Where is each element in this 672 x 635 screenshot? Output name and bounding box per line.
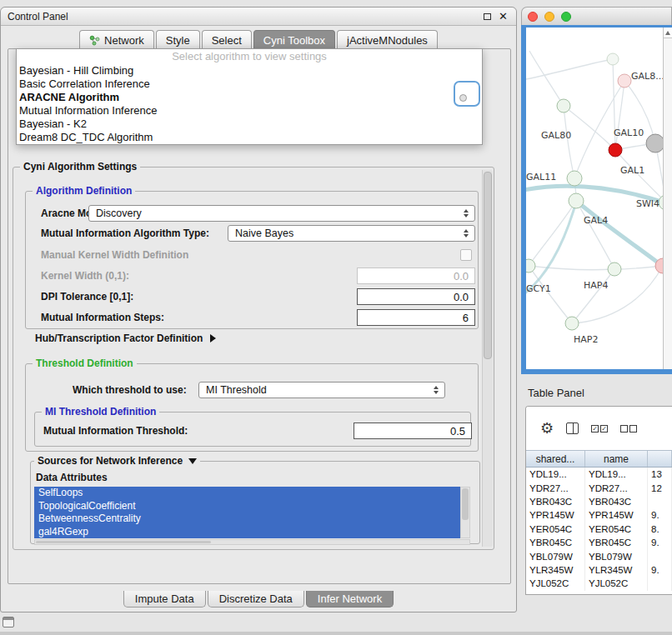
- tab-network[interactable]: Network: [79, 30, 154, 49]
- network-view-window: GAL8...GAL80GAL10GAL11GAL1SWI4GAL4GCY1HA…: [521, 7, 672, 374]
- restore-panel-icon[interactable]: [3, 617, 14, 628]
- tab-infer-network[interactable]: Infer Network: [306, 591, 394, 608]
- dpi-tolerance-field[interactable]: 0.0: [357, 288, 475, 305]
- network-edge[interactable]: [615, 81, 624, 150]
- table-header-row: shared...name: [526, 450, 672, 468]
- column-header[interactable]: [648, 451, 672, 467]
- table-cell: YJL052C: [585, 577, 648, 590]
- table-row[interactable]: YLR345WYLR345W9.: [526, 563, 672, 577]
- control-panel-window: Control Panel ✕ NetworkStyleSelectCyni T…: [0, 7, 517, 612]
- float-panel-icon[interactable]: [484, 13, 491, 20]
- table-cell: YJL052C: [526, 577, 585, 590]
- tab-label: Cyni Toolbox: [263, 34, 325, 47]
- network-edge[interactable]: [529, 201, 576, 266]
- close-panel-icon[interactable]: ✕: [499, 11, 508, 22]
- columns-icon[interactable]: [566, 422, 579, 434]
- attributes-vertical-scrollbar[interactable]: [460, 487, 470, 538]
- algorithm-option-basic-correlation-inference[interactable]: Basic Correlation Inference: [17, 78, 482, 91]
- combo-spinner-icon: [434, 386, 439, 395]
- attribute-item[interactable]: gal4RGexp: [34, 526, 460, 539]
- dpi-tolerance-value: 0.0: [454, 291, 469, 303]
- data-attributes-list[interactable]: SelfLoopsTopologicalCoefficientBetweenne…: [34, 487, 460, 538]
- close-window-button[interactable]: [528, 12, 538, 22]
- network-edge[interactable]: [529, 51, 564, 106]
- mi-algorithm-type-select[interactable]: Naive Bayes: [228, 225, 475, 242]
- hub-definition-section-toggle[interactable]: Hub/Transcription Factor Definition: [35, 332, 216, 344]
- network-node-gray[interactable]: [646, 134, 663, 152]
- deselect-all-columns-icon[interactable]: [620, 425, 637, 432]
- network-node-green[interactable]: [526, 259, 535, 272]
- mi-steps-value: 6: [463, 312, 469, 324]
- network-node-green[interactable]: [608, 262, 621, 276]
- column-header[interactable]: shared...: [526, 451, 585, 467]
- network-vertical-scrollbar[interactable]: [663, 28, 672, 369]
- aracne-mode-select[interactable]: Discovery: [88, 205, 475, 222]
- tab-style[interactable]: Style: [156, 30, 200, 49]
- algorithm-option-aracne-algorithm[interactable]: ARACNE Algorithm: [17, 91, 482, 104]
- focused-control-button[interactable]: [454, 81, 480, 107]
- table-row[interactable]: YJL052CYJL052C: [526, 577, 672, 590]
- network-edge[interactable]: [529, 266, 614, 270]
- network-edge[interactable]: [529, 266, 572, 323]
- algorithm-option-bayesian-hill-climbing[interactable]: Bayesian - Hill Climbing: [17, 64, 482, 78]
- table-row[interactable]: YDL19...YDL19...13: [526, 468, 672, 481]
- algorithm-option-mutual-information-inference[interactable]: Mutual Information Inference: [17, 104, 482, 118]
- network-canvas[interactable]: GAL8...GAL80GAL10GAL11GAL1SWI4GAL4GCY1HA…: [526, 28, 672, 369]
- table-row[interactable]: YBR045CYBR045C9.: [526, 536, 672, 549]
- tab-label: Network: [104, 34, 144, 47]
- tab-jactivemnodules[interactable]: jActiveMNodules: [337, 30, 438, 49]
- algorithm-option-bayesian-k2[interactable]: Bayesian - K2: [17, 118, 482, 131]
- select-all-columns-icon[interactable]: [591, 425, 608, 432]
- table-row[interactable]: YBL079WYBL079W: [526, 549, 672, 562]
- network-node-green[interactable]: [557, 99, 570, 112]
- table-row[interactable]: YBR043CYBR043C: [526, 495, 672, 508]
- network-node-green[interactable]: [565, 317, 579, 330]
- sources-section-toggle[interactable]: Sources for Network Inference: [34, 455, 200, 468]
- attributes-horizontal-scrollbar[interactable]: [34, 539, 470, 545]
- mi-steps-label: Mutual Information Steps:: [41, 312, 164, 323]
- minimize-window-button[interactable]: [544, 12, 554, 22]
- attribute-item[interactable]: BetweennessCentrality: [34, 512, 460, 526]
- settings-vertical-scrollbar[interactable]: [482, 170, 493, 547]
- scroll-up-icon[interactable]: [664, 28, 672, 38]
- table-cell: YDR27...: [585, 481, 648, 494]
- attribute-item[interactable]: TopologicalCoefficient: [34, 500, 460, 513]
- network-node-pinklight[interactable]: [618, 74, 631, 88]
- network-edge[interactable]: [576, 201, 663, 268]
- network-node-faint[interactable]: [607, 53, 619, 65]
- network-edge[interactable]: [526, 59, 613, 79]
- network-edge[interactable]: [576, 201, 614, 269]
- network-window-titlebar[interactable]: [521, 7, 672, 25]
- tab-cyni-toolbox[interactable]: Cyni Toolbox: [253, 30, 335, 49]
- mi-steps-field[interactable]: 6: [357, 309, 475, 326]
- algorithm-option-dream8-dc-tdc-algorithm[interactable]: Dream8 DC_TDC Algorithm: [17, 131, 482, 144]
- network-edge[interactable]: [564, 106, 574, 178]
- tab-discretize-data[interactable]: Discretize Data: [208, 591, 304, 608]
- gear-icon[interactable]: ⚙: [540, 421, 554, 436]
- column-header[interactable]: name: [585, 451, 648, 467]
- table-row[interactable]: YPR145WYPR145W9.: [526, 508, 672, 522]
- algorithm-definition-title: Algorithm Definition: [33, 185, 135, 198]
- table-cell: YDR27...: [526, 481, 585, 494]
- network-node-green[interactable]: [569, 193, 584, 208]
- manual-kernel-width-checkbox[interactable]: [460, 249, 472, 261]
- threshold-type-select[interactable]: MI Threshold: [198, 382, 445, 398]
- network-node-red[interactable]: [609, 143, 622, 157]
- table-cell: YER054C: [585, 522, 648, 536]
- table-row[interactable]: YDR27...YDR27...12: [526, 481, 672, 494]
- threshold-type-value: MI Threshold: [206, 384, 429, 396]
- node-label: GAL10: [614, 128, 644, 138]
- tab-impute-data[interactable]: Impute Data: [123, 591, 206, 608]
- table-cell: YBR043C: [585, 495, 648, 508]
- table-cell: 9.: [648, 563, 672, 577]
- combo-spinner-icon: [464, 229, 469, 238]
- manual-kernel-width-label: Manual Kernel Width Definition: [41, 249, 188, 261]
- mi-threshold-field[interactable]: 0.5: [354, 422, 472, 439]
- table-row[interactable]: YER054CYER054C8.: [526, 522, 672, 536]
- zoom-window-button[interactable]: [561, 12, 571, 22]
- control-panel-titlebar[interactable]: Control Panel ✕: [1, 8, 516, 26]
- mi-threshold-group: MI Threshold Definition Mutual Informati…: [34, 412, 471, 447]
- network-node-green[interactable]: [567, 171, 582, 186]
- tab-select[interactable]: Select: [202, 30, 252, 49]
- attribute-item[interactable]: SelfLoops: [34, 487, 460, 500]
